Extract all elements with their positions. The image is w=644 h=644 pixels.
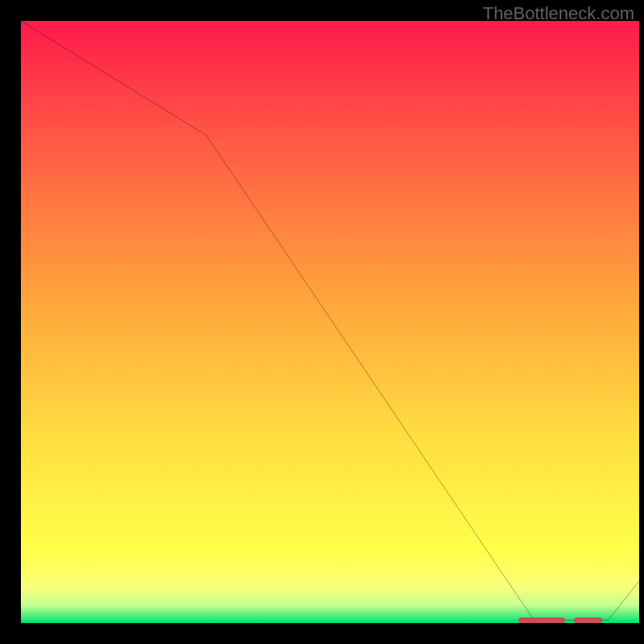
watermark-text: TheBottleneck.com xyxy=(483,3,634,24)
chart-container: TheBottleneck.com xyxy=(0,0,644,644)
gradient-background xyxy=(21,21,639,623)
flat-zone-marker xyxy=(574,617,602,623)
flat-zone-marker xyxy=(518,617,565,623)
plot-area xyxy=(21,21,639,623)
bottleneck-chart xyxy=(21,21,639,623)
